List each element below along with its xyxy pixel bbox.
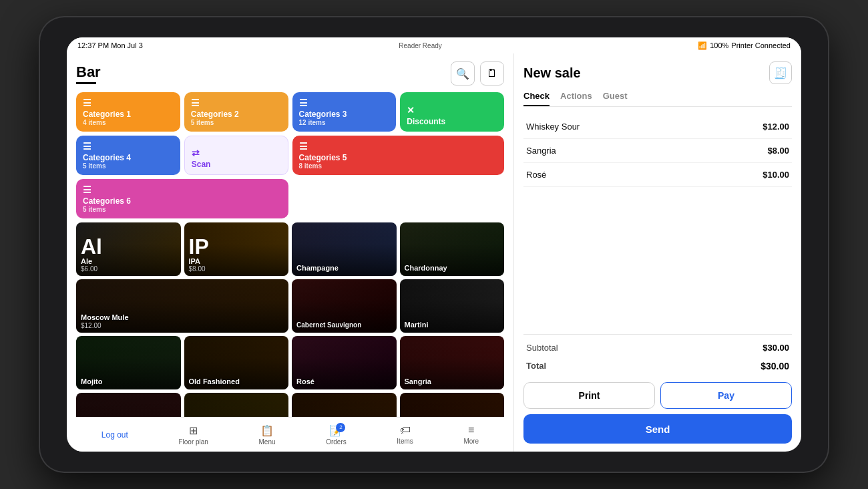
category-item-cat3[interactable]: ☰ Categories 3 12 items [292,92,397,132]
cat-icon: ☰ [83,141,174,152]
item-name: Champagne [296,264,392,273]
item-card-ale[interactable]: Al Ale $6.00 [76,222,181,276]
orders-badge: 2 [336,423,345,432]
nav-item-logout[interactable]: Log out [101,430,128,440]
category-item-cat1[interactable]: ☰ Categories 1 4 items [76,92,180,132]
gradient-overlay [292,393,397,417]
cat-icon: ☰ [83,184,282,195]
item-label: Champagne [292,261,397,276]
nav-orders-label: Orders [326,438,347,446]
discount-icon: ✕ [407,105,497,116]
item-card-mojito[interactable]: Mojito [76,336,181,389]
bottom-nav: Log out ⊞ Floor plan 📋 Menu 📝 2 [76,417,504,452]
nav-menu-label: Menu [259,438,276,446]
send-button[interactable]: Send [523,414,792,444]
page-title: Bar [76,63,101,81]
left-panel: Bar 🔍 🗒 ☰ Categories 1 4 items [67,53,514,452]
items-grid: Al Ale $6.00 IP IPA $8.00 [76,222,504,417]
nav-item-items[interactable]: 🏷 Items [397,424,413,445]
cat-icon: ☰ [299,98,390,108]
item-label: Rosé [292,375,397,389]
item-card-old-fashioned[interactable]: Old Fashioned [184,336,289,389]
item-price: $6.00 [81,265,176,273]
item-name: Sangria [405,377,500,386]
item-label: Old Fashioned [184,375,289,389]
divider [523,334,792,335]
main-content: Bar 🔍 🗒 ☰ Categories 1 4 items [67,53,801,452]
item-label: Cabernet Sauvignon [292,319,397,333]
tab-actions[interactable]: Actions [560,91,592,106]
total-row: Total $30.00 [523,357,792,375]
pay-button[interactable]: Pay [660,382,792,409]
nav-item-more[interactable]: ≡ More [463,424,479,445]
print-button[interactable]: Print [523,382,655,409]
item-card-moscow-mule[interactable]: Moscow Mule $12.00 [76,279,288,333]
item-card-rose[interactable]: Rosé [292,336,397,389]
header-icons: 🔍 🗒 [451,61,504,86]
nav-items-label: Items [397,438,413,445]
gradient-overlay [400,393,505,417]
screen: 12:37 PM Mon Jul 3 Reader Ready 📶 100% P… [67,37,801,452]
tabs-bar: Check Actions Guest [523,91,792,107]
gradient-overlay [76,393,181,417]
item-label: Al Ale $6.00 [76,233,181,276]
order-item-name: Rosé [526,170,546,180]
item-card-ipa[interactable]: IP IPA $8.00 [184,222,289,276]
subtotal-row: Subtotal $30.00 [523,339,792,357]
cat-icon: ☰ [83,98,174,108]
action-row: Print Pay [523,382,792,409]
category-item-cat2[interactable]: ☰ Categories 2 5 items [184,92,288,132]
nav-item-floor-plan[interactable]: ⊞ Floor plan [178,424,208,446]
category-item-cat6[interactable]: ☰ Categories 6 5 items [76,179,288,218]
receipt-button[interactable]: 🧾 [769,61,792,84]
order-item-price: $8.00 [767,146,789,156]
gradient-overlay [184,393,289,417]
orders-icon: 📝 2 [329,424,343,437]
cat-icon: ☰ [299,141,498,152]
item-card-cabernet[interactable]: Cabernet Sauvignon [292,279,397,333]
item-card-sangria[interactable]: Sangria [400,336,505,389]
item-card-champagne[interactable]: Champagne [292,222,397,276]
item-name: Cabernet Sauvignon [296,321,392,329]
nav-item-menu[interactable]: 📋 Menu [259,424,276,446]
printer-status: Printer Connected [731,41,791,49]
category-item-cat5[interactable]: ☰ Categories 5 8 items [292,136,505,175]
subtotal-value: $30.00 [763,343,789,353]
item-name: Chardonnay [405,264,500,273]
category-item-cat4[interactable]: ☰ Categories 4 5 items [76,136,180,175]
item-card-chili-cheese-fries[interactable]: Chili Cheese Fries [292,393,397,417]
item-name: Old Fashioned [189,377,284,386]
wifi-icon: 📶 [698,41,707,50]
order-item-whiskey-sour[interactable]: Whiskey Sour $12.00 [523,115,792,139]
search-button[interactable]: 🔍 [451,61,475,86]
item-label: IP IPA $8.00 [184,233,289,276]
new-sale-title: New sale [523,65,581,81]
item-label: Moscow Mule $12.00 [76,311,288,333]
item-name: Mojito [81,377,176,386]
item-label: Mojito [76,375,181,389]
device-frame: 12:37 PM Mon Jul 3 Reader Ready 📶 100% P… [40,17,828,472]
category-item-scan[interactable]: ⇄ Scan [184,136,288,175]
ticket-button[interactable]: 🗒 [480,61,504,86]
item-card-pilsner[interactable]: Pilsner [184,393,289,417]
item-name: Martini [405,321,500,329]
order-item-name: Whiskey Sour [526,122,580,132]
order-item-rose[interactable]: Rosé $10.00 [523,163,792,187]
category-item-discounts[interactable]: ✕ Discounts [400,92,504,132]
tab-guest[interactable]: Guest [603,91,628,106]
bar-title-block: Bar [76,63,101,84]
item-card-chicken-wings[interactable]: Chicken Wings [400,393,505,417]
tab-check[interactable]: Check [523,91,550,106]
item-card-martini[interactable]: Martini [400,279,505,333]
order-item-name: Sangria [526,146,556,156]
item-card-pinot-noir[interactable]: Pinot Noir [76,393,181,417]
item-price: $12.00 [81,322,284,329]
order-item-sangria[interactable]: Sangria $8.00 [523,139,792,163]
order-items-list: Whiskey Sour $12.00 Sangria $8.00 Rosé $… [523,115,792,330]
item-card-chardonnay[interactable]: Chardonnay [400,222,505,276]
order-item-price: $10.00 [763,170,789,180]
status-right: 📶 100% Printer Connected [698,41,791,50]
nav-item-orders[interactable]: 📝 2 Orders [326,424,347,446]
total-value: $30.00 [761,361,789,371]
more-icon: ≡ [468,424,474,436]
